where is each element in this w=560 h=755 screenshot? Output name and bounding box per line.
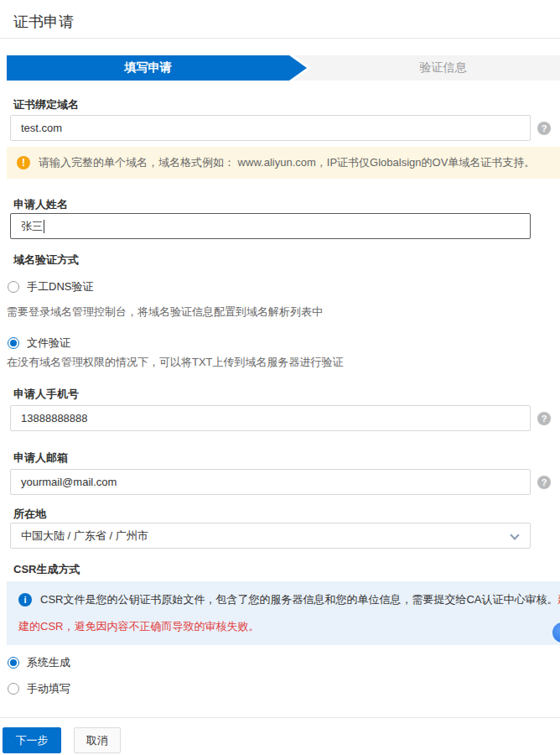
domain-warning-text: 请输入完整的单个域名，域名格式例如： www.aliyun.com，IP证书仅G…	[39, 155, 535, 170]
phone-input[interactable]: 13888888888	[10, 405, 531, 431]
csr-info-line1: CSR文件是您的公钥证书原始文件，包含了您的服务器信息和您的单位信息，需要提交给…	[7, 586, 560, 613]
dns-verify-description: 需要登录域名管理控制台，将域名验证信息配置到域名解析列表中	[7, 305, 560, 318]
radio-unchecked-icon[interactable]	[8, 281, 19, 293]
exclamation-icon: !	[17, 156, 30, 169]
step-arrow-icon	[289, 55, 307, 81]
region-field-label: 所在地	[13, 508, 560, 520]
certificate-application-page: 证书申请 验证信息 填写申请 证书绑定域名 test.com ? ! 请输入完整…	[0, 0, 560, 753]
radio-label: 文件验证	[27, 336, 70, 351]
domain-field-row: test.com ?	[10, 115, 531, 141]
domain-warning-banner: ! 请输入完整的单个域名，域名格式例如： www.aliyun.com，IP证书…	[7, 147, 560, 179]
radio-label: 系统生成	[27, 655, 70, 670]
text-cursor	[44, 220, 44, 233]
radio-label: 手工DNS验证	[27, 279, 93, 294]
question-icon[interactable]: ?	[537, 412, 551, 425]
footer-divider	[0, 717, 560, 718]
email-field-label: 申请人邮箱	[13, 451, 560, 464]
radio-option-file-verify[interactable]: 文件验证	[8, 336, 560, 351]
email-input[interactable]: yourmail@mail.com	[10, 469, 531, 495]
page-title: 证书申请	[13, 12, 560, 32]
chevron-down-icon	[510, 530, 519, 539]
radio-unchecked-icon[interactable]	[8, 683, 19, 695]
radio-label: 手动填写	[27, 681, 70, 696]
radio-option-manual-fill[interactable]: 手动填写	[8, 681, 560, 696]
applicant-name-input[interactable]: 张三	[10, 213, 531, 239]
cancel-button[interactable]: 取消	[74, 727, 121, 753]
step-label: 验证信息	[420, 60, 467, 76]
radio-checked-icon[interactable]	[8, 337, 19, 349]
applicant-name-label: 申请人姓名	[13, 198, 560, 211]
phone-field-row: 13888888888 ?	[10, 405, 531, 431]
radio-checked-icon[interactable]	[8, 657, 19, 669]
question-icon[interactable]: ?	[537, 476, 551, 489]
info-icon: i	[18, 593, 32, 607]
question-icon[interactable]: ?	[537, 122, 551, 135]
csr-method-label: CSR生成方式	[13, 563, 560, 575]
domain-field-label: 证书绑定域名	[13, 98, 560, 111]
email-field-row: yourmail@mail.com ?	[10, 469, 531, 495]
file-verify-description: 在没有域名管理权限的情况下，可以将TXT上传到域名服务器进行验证	[7, 356, 560, 368]
step-indicator: 验证信息 填写申请	[7, 55, 560, 81]
footer-actions: 下一步 取消	[3, 727, 560, 753]
verify-method-label: 域名验证方式	[13, 253, 560, 266]
csr-info-line2: 建的CSR，避免因内容不正确而导致的审核失败。	[7, 613, 560, 640]
phone-field-label: 申请人手机号	[13, 388, 560, 400]
csr-info-text: CSR文件是您的公钥证书原始文件，包含了您的服务器信息和您的单位信息，需要提交给…	[40, 593, 558, 606]
domain-input[interactable]: test.com	[10, 115, 531, 141]
region-select-value: 中国大陆 / 广东省 / 广州市	[21, 528, 148, 544]
radio-option-dns-verify[interactable]: 手工DNS验证	[8, 279, 560, 294]
radio-option-system-generate[interactable]: 系统生成	[8, 655, 560, 670]
region-select[interactable]: 中国大陆 / 广东省 / 广州市	[10, 523, 531, 549]
applicant-name-row: 张三	[10, 213, 531, 239]
page-header: 证书申请	[0, 0, 560, 32]
next-step-button[interactable]: 下一步	[3, 727, 61, 753]
applicant-name-value: 张三	[21, 219, 43, 234]
step-fill-application: 填写申请	[7, 55, 289, 81]
step-verify-info: 验证信息	[289, 55, 560, 81]
header-divider	[0, 38, 560, 39]
csr-info-banner: i CSR文件是您的公钥证书原始文件，包含了您的服务器信息和您的单位信息，需要提…	[7, 581, 560, 645]
step-label: 填写申请	[125, 60, 172, 76]
